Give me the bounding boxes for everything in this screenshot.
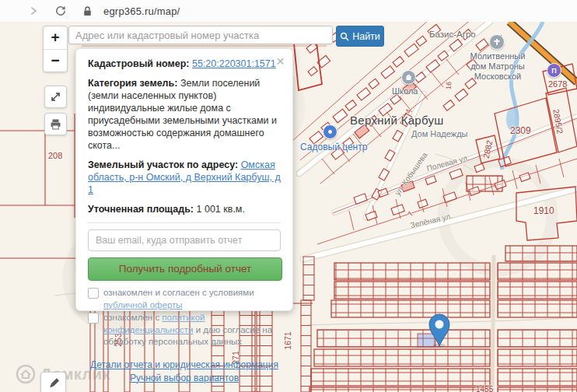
parcel-number-2678: 2678 (548, 79, 567, 89)
refresh-icon[interactable] (54, 5, 67, 17)
zoom-out-button[interactable]: − (44, 50, 67, 72)
printer-icon (49, 117, 62, 131)
zoom-controls: + − (43, 26, 68, 72)
search-button-label: Найти (352, 31, 380, 42)
manual-selection-link[interactable]: Ручной выбор вариантов (130, 373, 239, 383)
place-label: Верхний Карбуш (350, 114, 444, 127)
parcel-number-16: 16 (445, 82, 453, 90)
offer-checkbox-text: ознакомлен и согласен с условиями публич… (103, 287, 281, 311)
parcel-number-2309: 2309 (510, 125, 531, 136)
browser-chrome: egrp365.ru/map/ (0, 0, 577, 23)
parcel-number-1455: 1455 (476, 385, 493, 392)
area-label: Уточненная площадь: (88, 204, 194, 215)
privacy-checkbox-row: ознакомлен с политикой конфиденциальност… (88, 312, 281, 348)
email-field[interactable] (88, 229, 281, 251)
parcel-number-208: 208 (48, 151, 62, 160)
print-button[interactable] (44, 113, 67, 135)
forward-icon[interactable] (28, 5, 39, 16)
url-text[interactable]: egrp365.ru/map/ (103, 5, 180, 17)
search-icon (340, 32, 349, 41)
parcel-number-1671: 1671 (283, 331, 292, 349)
poi-basis-agro-label: Базис-Агро (429, 30, 476, 39)
address-label: Земельный участок по адресу: (88, 159, 238, 170)
school-icon (401, 70, 416, 85)
cadastral-number-link[interactable]: 55:20:220301:1571 (192, 58, 276, 69)
area-value: 1 001 кв.м. (197, 204, 245, 215)
public-offer-link[interactable]: публичной оферты (103, 300, 183, 310)
garden-center-icon[interactable] (323, 124, 337, 139)
poi-school-label: Школа (392, 86, 418, 96)
privacy-checkbox[interactable] (88, 313, 99, 324)
land-category-detail: индивидуальные жилые дома с приусадебным… (88, 103, 277, 151)
offer-checkbox-row: ознакомлен и согласен с условиями публич… (88, 287, 281, 311)
popup-divider (88, 222, 281, 223)
expand-icon (50, 91, 61, 103)
search-button[interactable]: Найти (336, 26, 384, 47)
location-marker-pin[interactable] (424, 311, 455, 348)
map-canvas[interactable]: Верхний Карбуш Базис-Агро Школа Молитвен… (0, 22, 577, 392)
get-report-button[interactable]: Получить подробный отчет (88, 257, 282, 281)
report-details-link[interactable]: Детали отчета и юридическая информация (90, 359, 278, 370)
cadastral-number-row: Кадастровый номер: 55:20:220301:1571 (88, 58, 281, 70)
screen: egrp365.ru/map/ (0, 0, 577, 392)
fullscreen-button[interactable] (44, 86, 67, 108)
lock-icon (82, 5, 93, 17)
poi-prayer-house-label: Молитвенный дом Матроны Московской (465, 51, 530, 82)
pencil-icon (47, 376, 61, 390)
area-row: Уточненная площадь: 1 001 кв.м. (88, 203, 281, 215)
measure-button[interactable] (40, 372, 66, 392)
transport-stop-icon: П (547, 63, 561, 78)
church-icon (489, 34, 505, 50)
privacy-checkbox-text: ознакомлен с политикой конфиденциальност… (103, 312, 281, 348)
cadastral-number-label: Кадастровый номер: (88, 58, 190, 69)
offer-checkbox[interactable] (88, 288, 99, 299)
popup-footer-links: Детали отчета и юридическая информация Р… (88, 359, 281, 385)
poi-garden-center-label[interactable]: Садовый центр (300, 142, 367, 152)
land-category-label: Категория земель: (88, 78, 177, 89)
poi-dom-nadezhdy-label: Дом Надежды (411, 129, 467, 138)
parcel-info-popup: × Кадастровый номер: 55:20:220301:1571 К… (75, 48, 293, 311)
transport-stop-letter: П (551, 67, 556, 75)
close-icon[interactable]: × (276, 54, 285, 68)
parcel-number-1910: 1910 (533, 205, 554, 216)
search-input[interactable] (68, 26, 333, 44)
address-row: Земельный участок по адресу: Омская обла… (88, 159, 281, 196)
land-category-row: Категория земель: Земли поселений (земли… (88, 77, 281, 152)
zoom-in-button[interactable]: + (44, 26, 67, 50)
watermark-logo-icon (16, 364, 36, 384)
